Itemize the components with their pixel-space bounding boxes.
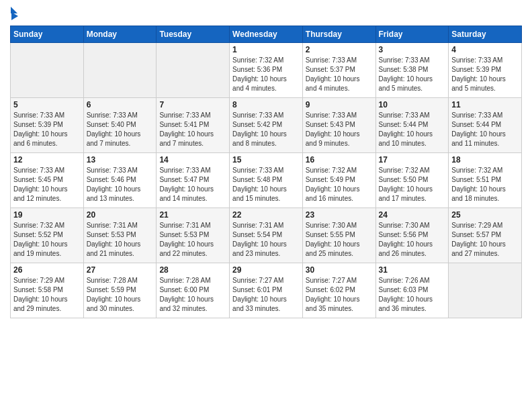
day-number: 16: [306, 155, 373, 165]
day-number: 8: [232, 100, 300, 109]
day-number: 1: [232, 45, 300, 54]
day-number: 17: [379, 155, 446, 165]
day-cell: 17Sunrise: 7:32 AMSunset: 5:50 PMDayligh…: [375, 153, 449, 208]
day-number: 6: [87, 100, 154, 109]
day-info: Sunrise: 7:33 AMSunset: 5:40 PMDaylight:…: [87, 111, 154, 148]
day-cell: 22Sunrise: 7:31 AMSunset: 5:54 PMDayligh…: [230, 208, 303, 263]
day-number: 23: [306, 210, 373, 220]
day-number: 18: [451, 155, 519, 165]
day-number: 26: [13, 265, 81, 275]
day-info: Sunrise: 7:28 AMSunset: 6:00 PMDaylight:…: [159, 276, 226, 314]
weekday-header-friday: Friday: [375, 26, 449, 43]
header: [10, 7, 522, 20]
day-cell: 10Sunrise: 7:33 AMSunset: 5:44 PMDayligh…: [375, 98, 449, 153]
day-info: Sunrise: 7:33 AMSunset: 5:47 PMDaylight:…: [159, 166, 226, 203]
day-info: Sunrise: 7:31 AMSunset: 5:54 PMDaylight:…: [232, 221, 300, 259]
day-cell: 31Sunrise: 7:26 AMSunset: 6:03 PMDayligh…: [375, 263, 449, 318]
day-cell: 18Sunrise: 7:32 AMSunset: 5:51 PMDayligh…: [449, 153, 522, 208]
week-row-3: 12Sunrise: 7:33 AMSunset: 5:45 PMDayligh…: [11, 153, 522, 208]
day-cell: 1Sunrise: 7:32 AMSunset: 5:36 PMDaylight…: [230, 43, 303, 98]
day-number: 9: [306, 100, 373, 109]
day-cell: [449, 263, 522, 318]
day-cell: 4Sunrise: 7:33 AMSunset: 5:39 PMDaylight…: [449, 43, 522, 98]
day-info: Sunrise: 7:29 AMSunset: 5:58 PMDaylight:…: [13, 276, 81, 314]
day-number: 28: [159, 265, 226, 275]
day-number: 21: [159, 210, 226, 220]
day-cell: 20Sunrise: 7:31 AMSunset: 5:53 PMDayligh…: [83, 208, 157, 263]
day-cell: 26Sunrise: 7:29 AMSunset: 5:58 PMDayligh…: [11, 263, 84, 318]
day-info: Sunrise: 7:27 AMSunset: 6:02 PMDaylight:…: [306, 276, 373, 314]
day-info: Sunrise: 7:32 AMSunset: 5:49 PMDaylight:…: [306, 166, 373, 203]
day-cell: 6Sunrise: 7:33 AMSunset: 5:40 PMDaylight…: [83, 98, 157, 153]
day-number: 7: [159, 100, 226, 109]
day-cell: 29Sunrise: 7:27 AMSunset: 6:01 PMDayligh…: [230, 263, 303, 318]
week-row-5: 26Sunrise: 7:29 AMSunset: 5:58 PMDayligh…: [11, 263, 522, 318]
weekday-header-tuesday: Tuesday: [157, 26, 230, 43]
day-number: 10: [379, 100, 446, 109]
week-row-1: 1Sunrise: 7:32 AMSunset: 5:36 PMDaylight…: [11, 43, 522, 98]
day-cell: 25Sunrise: 7:29 AMSunset: 5:57 PMDayligh…: [449, 208, 522, 263]
day-number: 14: [159, 155, 226, 165]
day-number: 19: [13, 210, 81, 220]
day-number: 27: [87, 265, 154, 275]
day-info: Sunrise: 7:33 AMSunset: 5:38 PMDaylight:…: [379, 56, 446, 93]
day-info: Sunrise: 7:26 AMSunset: 6:03 PMDaylight:…: [379, 276, 446, 314]
day-number: 13: [87, 155, 154, 165]
day-cell: 30Sunrise: 7:27 AMSunset: 6:02 PMDayligh…: [302, 263, 375, 318]
day-number: 11: [451, 100, 519, 109]
day-number: 30: [306, 265, 373, 275]
day-info: Sunrise: 7:32 AMSunset: 5:50 PMDaylight:…: [379, 166, 446, 203]
weekday-header-sunday: Sunday: [11, 26, 84, 43]
day-info: Sunrise: 7:33 AMSunset: 5:39 PMDaylight:…: [13, 111, 81, 148]
day-info: Sunrise: 7:32 AMSunset: 5:51 PMDaylight:…: [451, 166, 519, 203]
day-cell: 3Sunrise: 7:33 AMSunset: 5:38 PMDaylight…: [375, 43, 449, 98]
day-info: Sunrise: 7:33 AMSunset: 5:45 PMDaylight:…: [13, 166, 81, 203]
day-number: 22: [232, 210, 300, 220]
day-number: 5: [13, 100, 81, 109]
day-cell: 12Sunrise: 7:33 AMSunset: 5:45 PMDayligh…: [11, 153, 84, 208]
day-cell: 23Sunrise: 7:30 AMSunset: 5:55 PMDayligh…: [302, 208, 375, 263]
weekday-header-monday: Monday: [83, 26, 157, 43]
day-info: Sunrise: 7:27 AMSunset: 6:01 PMDaylight:…: [232, 276, 300, 314]
page: SundayMondayTuesdayWednesdayThursdayFrid…: [0, 0, 532, 411]
day-cell: 7Sunrise: 7:33 AMSunset: 5:41 PMDaylight…: [157, 98, 230, 153]
day-info: Sunrise: 7:33 AMSunset: 5:44 PMDaylight:…: [451, 111, 519, 148]
logo: [10, 7, 18, 20]
day-cell: 14Sunrise: 7:33 AMSunset: 5:47 PMDayligh…: [157, 153, 230, 208]
day-info: Sunrise: 7:33 AMSunset: 5:41 PMDaylight:…: [159, 111, 226, 148]
week-row-4: 19Sunrise: 7:32 AMSunset: 5:52 PMDayligh…: [11, 208, 522, 263]
day-cell: 28Sunrise: 7:28 AMSunset: 6:00 PMDayligh…: [157, 263, 230, 318]
day-cell: [11, 43, 84, 98]
day-info: Sunrise: 7:33 AMSunset: 5:42 PMDaylight:…: [232, 111, 300, 148]
day-info: Sunrise: 7:33 AMSunset: 5:39 PMDaylight:…: [451, 56, 519, 93]
day-number: 25: [451, 210, 519, 220]
day-number: 4: [451, 45, 519, 54]
weekday-header-thursday: Thursday: [302, 26, 375, 43]
day-number: 15: [232, 155, 300, 165]
day-info: Sunrise: 7:31 AMSunset: 5:53 PMDaylight:…: [87, 221, 154, 259]
day-info: Sunrise: 7:33 AMSunset: 5:37 PMDaylight:…: [306, 56, 373, 93]
day-cell: 5Sunrise: 7:33 AMSunset: 5:39 PMDaylight…: [11, 98, 84, 153]
day-info: Sunrise: 7:33 AMSunset: 5:48 PMDaylight:…: [232, 166, 300, 203]
day-cell: 21Sunrise: 7:31 AMSunset: 5:53 PMDayligh…: [157, 208, 230, 263]
day-number: 29: [232, 265, 300, 275]
day-info: Sunrise: 7:31 AMSunset: 5:53 PMDaylight:…: [159, 221, 226, 259]
day-number: 12: [13, 155, 81, 165]
day-info: Sunrise: 7:28 AMSunset: 5:59 PMDaylight:…: [87, 276, 154, 314]
day-cell: 27Sunrise: 7:28 AMSunset: 5:59 PMDayligh…: [83, 263, 157, 318]
day-cell: 8Sunrise: 7:33 AMSunset: 5:42 PMDaylight…: [230, 98, 303, 153]
day-info: Sunrise: 7:33 AMSunset: 5:46 PMDaylight:…: [87, 166, 154, 203]
day-cell: 16Sunrise: 7:32 AMSunset: 5:49 PMDayligh…: [302, 153, 375, 208]
weekday-header-row: SundayMondayTuesdayWednesdayThursdayFrid…: [11, 26, 522, 43]
day-info: Sunrise: 7:30 AMSunset: 5:56 PMDaylight:…: [379, 221, 446, 259]
day-info: Sunrise: 7:30 AMSunset: 5:55 PMDaylight:…: [306, 221, 373, 259]
day-cell: 24Sunrise: 7:30 AMSunset: 5:56 PMDayligh…: [375, 208, 449, 263]
day-info: Sunrise: 7:33 AMSunset: 5:44 PMDaylight:…: [379, 111, 446, 148]
calendar-table: SundayMondayTuesdayWednesdayThursdayFrid…: [10, 26, 522, 318]
day-number: 2: [306, 45, 373, 54]
day-cell: 11Sunrise: 7:33 AMSunset: 5:44 PMDayligh…: [449, 98, 522, 153]
day-cell: 15Sunrise: 7:33 AMSunset: 5:48 PMDayligh…: [230, 153, 303, 208]
day-cell: 13Sunrise: 7:33 AMSunset: 5:46 PMDayligh…: [83, 153, 157, 208]
day-number: 31: [379, 265, 446, 275]
week-row-2: 5Sunrise: 7:33 AMSunset: 5:39 PMDaylight…: [11, 98, 522, 153]
